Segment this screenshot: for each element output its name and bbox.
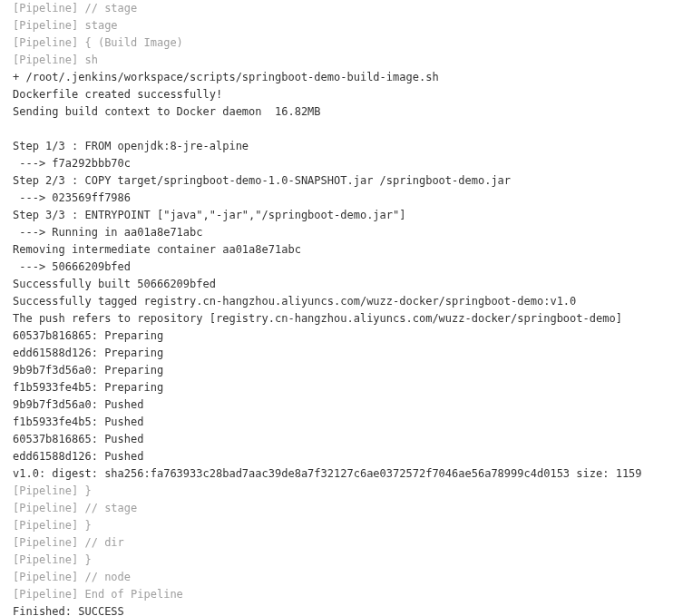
console-line: 9b9b7f3d56a0: Pushed [13, 396, 670, 414]
console-line: [Pipeline] { (Build Image) [13, 34, 670, 52]
console-line [13, 121, 670, 138]
console-line: [Pipeline] } [13, 517, 670, 534]
console-line: [Pipeline] } [13, 552, 670, 569]
console-line: Finished: SUCCESS [13, 603, 670, 616]
console-output: [Pipeline] // stage[Pipeline] stage[Pipe… [13, 0, 670, 616]
console-line: 60537b816865: Preparing [13, 328, 670, 345]
console-line: [Pipeline] // stage [13, 0, 670, 17]
console-line: Removing intermediate container aa01a8e7… [13, 241, 670, 259]
console-line: [Pipeline] // node [13, 569, 670, 586]
console-line: Sending build context to Docker daemon 1… [13, 103, 670, 121]
console-line: 9b9b7f3d56a0: Preparing [13, 362, 670, 379]
console-line: f1b5933fe4b5: Pushed [13, 414, 670, 431]
console-line: ---> Running in aa01a8e71abc [13, 224, 670, 241]
console-line: + /root/.jenkins/workspace/scripts/sprin… [13, 69, 670, 86]
console-line: edd61588d126: Pushed [13, 448, 670, 465]
console-line: ---> 50666209bfed [13, 259, 670, 276]
console-line: Step 1/3 : FROM openjdk:8-jre-alpine [13, 138, 670, 155]
console-line: [Pipeline] sh [13, 52, 670, 69]
console-line: edd61588d126: Preparing [13, 345, 670, 362]
console-line: [Pipeline] stage [13, 17, 670, 34]
console-line: v1.0: digest: sha256:fa763933c28bad7aac3… [13, 465, 670, 483]
console-line: Successfully built 50666209bfed [13, 276, 670, 293]
console-line: The push refers to repository [registry.… [13, 310, 670, 328]
console-line: [Pipeline] } [13, 483, 670, 500]
console-line: ---> 023569ff7986 [13, 190, 670, 207]
console-line: Dockerfile created successfully! [13, 86, 670, 103]
console-line: Successfully tagged registry.cn-hangzhou… [13, 293, 670, 310]
console-line: 60537b816865: Pushed [13, 431, 670, 448]
console-line: Step 2/3 : COPY target/springboot-demo-1… [13, 172, 670, 190]
console-line: [Pipeline] End of Pipeline [13, 586, 670, 603]
console-line: f1b5933fe4b5: Preparing [13, 379, 670, 396]
console-line: Step 3/3 : ENTRYPOINT ["java","-jar","/s… [13, 207, 670, 224]
console-line: ---> f7a292bbb70c [13, 155, 670, 172]
console-line: [Pipeline] // dir [13, 534, 670, 552]
console-line: [Pipeline] // stage [13, 500, 670, 517]
